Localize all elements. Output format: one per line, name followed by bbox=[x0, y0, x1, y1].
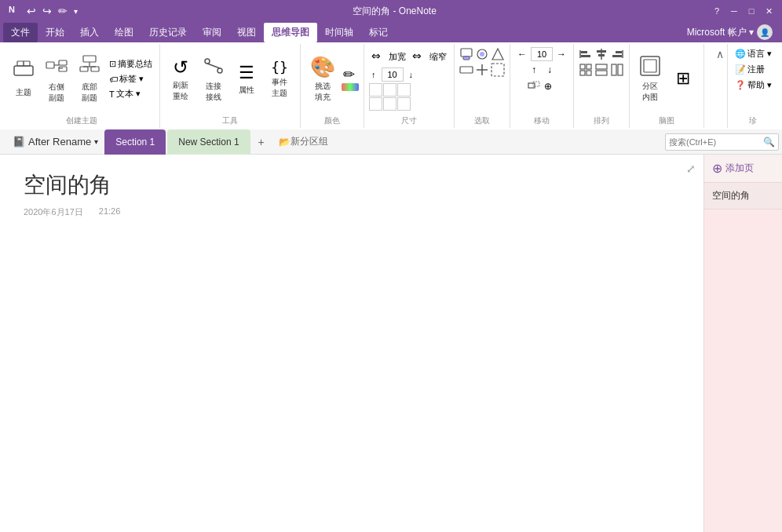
btn-move-right[interactable]: → bbox=[554, 47, 568, 61]
menu-item-history[interactable]: 历史记录 bbox=[141, 23, 195, 42]
btn-select-2[interactable] bbox=[475, 47, 489, 61]
menu-item-mindmap[interactable]: 思维导图 bbox=[264, 23, 317, 42]
btn-help[interactable]: ❓ 帮助 ▾ bbox=[733, 78, 774, 92]
btn-language[interactable]: 🌐 语言 ▾ bbox=[733, 47, 774, 60]
btn-select-4[interactable] bbox=[459, 63, 473, 77]
menu-item-file[interactable]: 文件 bbox=[3, 23, 38, 42]
move-row2: ↑ ↓ bbox=[527, 63, 557, 77]
btn-event-topic[interactable]: {} 事件主题 bbox=[264, 52, 295, 107]
quick-access-pen[interactable]: ✏ bbox=[57, 3, 69, 19]
quick-access-dropdown[interactable]: ▾ bbox=[72, 5, 79, 17]
btn-align-right[interactable] bbox=[610, 47, 624, 61]
notebook-name[interactable]: 📓 After Rename ▾ bbox=[6, 129, 104, 155]
btn-arrange-extra3[interactable] bbox=[610, 63, 624, 77]
btn-register[interactable]: 📝 注册 bbox=[733, 63, 767, 76]
color-pie-icon: 🎨 bbox=[310, 55, 335, 79]
event-topic-icon: {} bbox=[271, 59, 288, 75]
section-tab-1[interactable]: Section 1 bbox=[104, 129, 166, 155]
close-button[interactable]: ✕ bbox=[762, 4, 776, 18]
btn-move-down[interactable]: ↓ bbox=[543, 63, 557, 77]
btn-align-left[interactable] bbox=[579, 47, 593, 61]
btn-select-6[interactable] bbox=[491, 63, 505, 77]
register-icon: 📝 bbox=[735, 64, 746, 75]
help-icon: ❓ bbox=[735, 80, 746, 90]
move-number-input[interactable] bbox=[531, 47, 553, 61]
btn-move-down-arrow[interactable]: ↓ bbox=[407, 69, 416, 80]
btn-mindmap-extra[interactable]: ⊞ bbox=[667, 52, 699, 107]
btn-arrange-extra2[interactable] bbox=[594, 63, 608, 77]
color-label: 颜色 bbox=[324, 114, 340, 128]
btn-widen[interactable]: ⇔ 加宽 bbox=[369, 47, 408, 66]
btn-text[interactable]: T 文本 ▾ bbox=[107, 87, 155, 100]
btn-label[interactable]: 🏷 标签 ▾ bbox=[107, 72, 155, 86]
quick-access-undo[interactable]: ↩ bbox=[25, 3, 38, 19]
btn-move-extra2[interactable]: ⊕ bbox=[543, 78, 557, 93]
maximize-button[interactable]: □ bbox=[744, 4, 758, 18]
btn-section-inner[interactable]: 分区内图 bbox=[634, 52, 666, 107]
register-label: 注册 bbox=[747, 64, 765, 75]
menu-item-timeline[interactable]: 时间轴 bbox=[317, 23, 361, 42]
menu-item-mark[interactable]: 标记 bbox=[361, 23, 396, 42]
search-icon[interactable]: 🔍 bbox=[763, 137, 775, 148]
grid-btn-3[interactable] bbox=[397, 83, 411, 97]
grid-btn-2[interactable] bbox=[383, 83, 396, 97]
title-bar-left: N ↩ ↪ ✏ ▾ bbox=[6, 3, 79, 19]
btn-connect[interactable]: 连接接线 bbox=[198, 52, 229, 107]
size-number-input[interactable] bbox=[382, 67, 404, 82]
btn-narrow[interactable]: ⇔ 缩窄 bbox=[410, 47, 449, 66]
btn-main-topic[interactable]: 主题 bbox=[8, 52, 39, 107]
search-input[interactable] bbox=[669, 137, 763, 147]
minimize-button[interactable]: ─ bbox=[727, 4, 741, 18]
section-group[interactable]: 📂 新分区组 bbox=[271, 135, 336, 148]
menu-item-draw[interactable]: 绘图 bbox=[107, 23, 141, 42]
btn-arrange-extra1[interactable] bbox=[579, 63, 593, 77]
expand-button[interactable]: ⤢ bbox=[686, 162, 696, 175]
btn-move-extra1[interactable] bbox=[527, 78, 541, 93]
quick-access-redo[interactable]: ↪ bbox=[41, 3, 53, 19]
svg-rect-24 bbox=[460, 67, 473, 73]
ribbon-group-size: ⇔ 加宽 ⇔ 缩窄 ↑ ↓ bbox=[364, 44, 455, 128]
btn-refresh[interactable]: ↺ 刷新重绘 bbox=[165, 52, 196, 107]
ribbon-small-btns: ⊡ 摘要总结 🏷 标签 ▾ T 文本 ▾ bbox=[107, 57, 155, 100]
ribbon-collapse-btn[interactable]: ∧ bbox=[713, 47, 727, 61]
btn-move-up-arrow[interactable]: ↑ bbox=[369, 69, 378, 80]
menu-item-home[interactable]: 开始 bbox=[38, 23, 72, 42]
btn-move-up[interactable]: ↑ bbox=[527, 63, 541, 77]
page-meta: 2020年6月17日 21:26 bbox=[24, 206, 680, 218]
grid-btn-4[interactable] bbox=[369, 97, 382, 111]
account-label[interactable]: Microsoft 帐户 ▾ bbox=[687, 26, 754, 39]
help-button[interactable]: ? bbox=[710, 4, 724, 18]
svg-rect-44 bbox=[596, 64, 607, 69]
btn-pick-fill[interactable]: 🎨 挑选填充 bbox=[305, 52, 340, 107]
btn-select-1[interactable] bbox=[459, 47, 473, 61]
narrow-icon: ⇔ bbox=[412, 48, 428, 65]
btn-select-3[interactable] bbox=[491, 47, 505, 61]
summary-label: 摘要总结 bbox=[118, 58, 152, 70]
btn-move-left[interactable]: ← bbox=[515, 47, 529, 61]
btn-properties[interactable]: ☰ 属性 bbox=[231, 52, 262, 107]
label-icon: 🏷 bbox=[109, 75, 118, 84]
section-tab-new[interactable]: New Section 1 bbox=[167, 129, 250, 155]
btn-pen[interactable]: ✏ bbox=[342, 67, 356, 82]
btn-right-subtopic[interactable]: 右侧副题 bbox=[41, 52, 72, 107]
search-box[interactable]: 🔍 bbox=[665, 133, 779, 151]
btn-summary[interactable]: ⊡ 摘要总结 bbox=[107, 57, 155, 71]
svg-rect-9 bbox=[59, 67, 67, 71]
grid-btn-1[interactable] bbox=[369, 83, 382, 97]
menu-item-view[interactable]: 视图 bbox=[229, 23, 264, 42]
tab-add-button[interactable]: + bbox=[252, 133, 271, 151]
svg-rect-10 bbox=[83, 56, 96, 62]
btn-align-center[interactable] bbox=[594, 47, 608, 61]
ribbon-arrange-content bbox=[579, 44, 624, 114]
btn-bottom-subtopic[interactable]: 底部副题 bbox=[74, 52, 105, 107]
page-list-item[interactable]: 空间的角 bbox=[704, 183, 782, 210]
btn-color-swatch[interactable] bbox=[342, 83, 359, 91]
grid-btn-5[interactable] bbox=[383, 97, 396, 111]
add-page-button[interactable]: ⊕ 添加页 bbox=[704, 155, 782, 183]
menu-item-insert[interactable]: 插入 bbox=[72, 23, 107, 42]
ribbon-premium-content: 🌐 语言 ▾ 📝 注册 ❓ 帮助 ▾ bbox=[733, 44, 774, 114]
btn-select-5[interactable] bbox=[475, 63, 489, 77]
svg-rect-20 bbox=[463, 56, 470, 60]
menu-item-review[interactable]: 审阅 bbox=[195, 23, 229, 42]
grid-btn-6[interactable] bbox=[397, 97, 411, 111]
